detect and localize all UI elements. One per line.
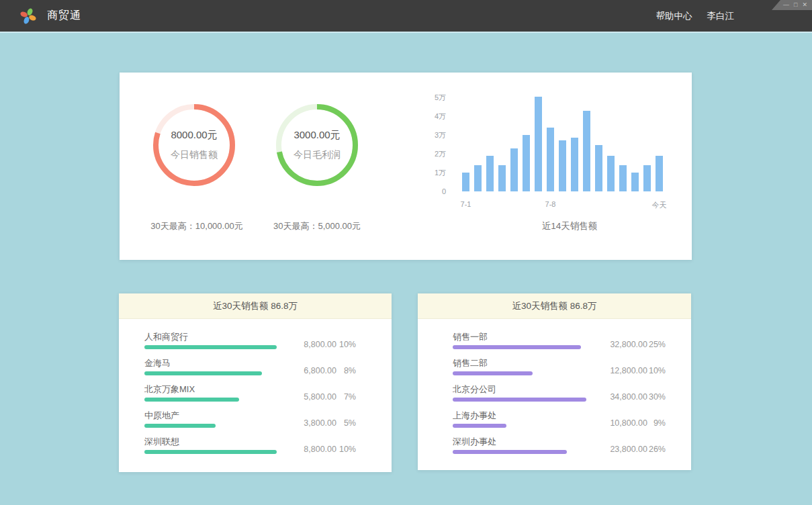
rank-row-name: 北京万象MIX (144, 383, 195, 396)
rank-row-amount: 6,800.00 (304, 366, 336, 375)
rank-row-percent: 25% (649, 340, 666, 349)
bar (656, 156, 663, 191)
y-tick-label: 3万 (427, 130, 446, 140)
help-center-link[interactable]: 帮助中心 (656, 10, 692, 22)
rank-row-bar (453, 345, 581, 349)
sales-14day-chart: 5万4万3万2万1万0 7-17-8今天 近14天销售额 (435, 73, 692, 260)
today-sales-value: 8000.00元 (171, 129, 217, 142)
today-profit-label: 今日毛利润 (294, 149, 341, 161)
app-title: 商贸通 (47, 9, 81, 23)
bar (619, 165, 627, 191)
bar (498, 165, 506, 191)
rank-row-amount: 10,800.00 (610, 418, 647, 428)
bar (510, 148, 518, 191)
rank-row-name: 上海办事处 (453, 410, 496, 422)
rank-row-percent: 30% (649, 392, 666, 402)
bar (535, 97, 542, 191)
rank-row-bar (144, 450, 277, 454)
maximize-button[interactable]: □ (794, 2, 797, 8)
bar (595, 145, 602, 191)
rank-row: 北京分公司34,800.0030% (418, 383, 691, 410)
rank-row-amount: 3,800.00 (304, 418, 336, 428)
x-tick-label: 今天 (652, 200, 667, 210)
bar (523, 135, 530, 191)
rank-row-amount: 12,800.00 (610, 366, 647, 375)
rank-row-percent: 10% (339, 445, 356, 454)
rank-row: 销售一部32,800.0025% (418, 331, 691, 357)
rank-row-amount: 32,800.00 (610, 340, 647, 349)
rank-row-name: 销售一部 (453, 331, 488, 343)
rank-row-amount: 8,800.00 (304, 445, 336, 454)
rank-row-name: 深圳办事处 (453, 436, 496, 448)
app-logo-icon (19, 7, 38, 26)
customer-sales-card: 近30天销售额 86.8万 人和商贸行8,800.0010%金海马6,800.0… (119, 293, 392, 472)
y-tick-label: 1万 (427, 168, 446, 178)
today-profit-gauge: 3000.00元 今日毛利润 (275, 103, 359, 187)
close-button[interactable]: ✕ (802, 2, 807, 8)
rank-row: 人和商贸行8,800.0010% (119, 331, 392, 357)
bar (631, 173, 639, 191)
y-tick-label: 5万 (427, 93, 446, 103)
rank-row-bar (144, 345, 277, 349)
bar (547, 128, 554, 191)
card-title: 近30天销售额 86.8万 (418, 293, 691, 319)
profit-30day-max: 30天最高：5,000.00元 (243, 220, 391, 232)
dashboard: 8000.00元 今日销售额 30天最高：10,000.00元 3000.00元… (0, 32, 812, 505)
rank-row-percent: 9% (653, 418, 666, 428)
rank-row-amount: 23,800.00 (610, 445, 647, 454)
y-tick-label: 2万 (427, 149, 446, 159)
bar (571, 138, 578, 191)
today-profit-value: 3000.00元 (294, 129, 340, 142)
bar (607, 156, 615, 191)
department-sales-card: 近30天销售额 86.8万 销售一部32,800.0025%销售二部12,800… (418, 293, 691, 470)
department-sales-list: 销售一部32,800.0025%销售二部12,800.0010%北京分公司34,… (418, 319, 691, 470)
rank-row-percent: 7% (344, 392, 356, 402)
rank-row: 中原地产3,800.005% (119, 410, 392, 436)
bar (559, 140, 566, 191)
rank-row-percent: 10% (339, 340, 356, 349)
bar (474, 165, 482, 191)
window-controls: — □ ✕ (772, 0, 812, 10)
customer-sales-list: 人和商贸行8,800.0010%金海马6,800.008%北京万象MIX5,80… (119, 319, 392, 472)
summary-card: 8000.00元 今日销售额 30天最高：10,000.00元 3000.00元… (120, 73, 692, 260)
chart-title: 近14天销售额 (462, 220, 677, 232)
rank-row-name: 北京分公司 (453, 383, 496, 396)
rank-row-percent: 5% (344, 418, 356, 428)
y-tick-label: 4万 (427, 111, 446, 122)
rank-row: 上海办事处10,800.009% (418, 410, 691, 436)
rank-row-name: 销售二部 (453, 357, 488, 369)
rank-row-percent: 26% (649, 445, 666, 454)
rank-row-percent: 8% (344, 366, 356, 375)
rank-row-amount: 8,800.00 (304, 340, 336, 349)
bar (643, 165, 651, 191)
rank-row-name: 深圳联想 (144, 436, 179, 448)
titlebar-nav: 帮助中心 李白江 (656, 0, 735, 32)
today-sales-label: 今日销售额 (171, 149, 218, 161)
rank-row-amount: 34,800.00 (610, 392, 647, 402)
today-sales-gauge: 8000.00元 今日销售额 (152, 103, 236, 187)
rank-row: 深圳办事处23,800.0026% (418, 436, 691, 462)
minimize-button[interactable]: — (783, 2, 789, 8)
rank-row: 销售二部12,800.0010% (418, 357, 691, 383)
rank-row-bar (453, 398, 586, 402)
rank-row-amount: 5,800.00 (304, 392, 336, 402)
rank-row-name: 人和商贸行 (144, 331, 188, 343)
rank-row-bar (144, 398, 239, 402)
user-menu[interactable]: 李白江 (707, 10, 735, 22)
rank-row-bar (144, 371, 262, 375)
rank-row: 金海马6,800.008% (119, 357, 392, 383)
rank-row-name: 金海马 (144, 357, 171, 369)
card-title: 近30天销售额 86.8万 (119, 293, 392, 319)
x-tick-label: 7-1 (461, 200, 471, 208)
bar (583, 111, 590, 191)
x-tick-label: 7-8 (545, 200, 556, 208)
rank-row: 北京万象MIX5,800.007% (119, 383, 392, 410)
rank-row-bar (453, 371, 533, 375)
titlebar: 商贸通 帮助中心 李白江 — □ ✕ (0, 0, 812, 32)
bar (462, 173, 469, 191)
rank-row-bar (453, 424, 506, 428)
rank-row-percent: 10% (649, 366, 666, 375)
rank-row-name: 中原地产 (144, 410, 179, 422)
bar (486, 156, 494, 191)
bar-series (462, 97, 677, 191)
